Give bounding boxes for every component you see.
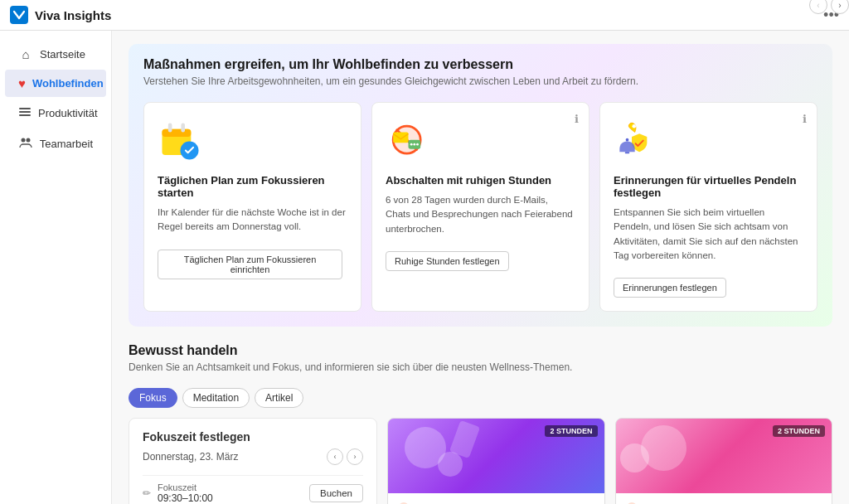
svg-point-16 (410, 143, 413, 145)
header: Viva Insights ••• (0, 0, 849, 31)
no-disturb-icon (386, 119, 431, 164)
teamwork-icon (18, 136, 33, 152)
decorative-circle-2 (438, 452, 463, 477)
media-badge-2: 2 STUNDEN (773, 425, 825, 437)
svg-rect-1 (19, 108, 31, 109)
card-desc-3: Entspannen Sie sich beim virtuellen Pend… (614, 206, 803, 263)
svg-point-5 (26, 138, 30, 143)
media-card-1: 2 STUNDEN headspace Entspannter Fokus Hi… (387, 418, 605, 504)
sidebar-item-produktivitaet[interactable]: Produktivität (5, 99, 106, 128)
wellness-cards: Täglichen Plan zum Fokussieren starten I… (143, 102, 817, 312)
card-desc-2: 6 von 28 Tagen wurden durch E-Mails, Cha… (386, 193, 575, 236)
sidebar-item-wohlbefinden[interactable]: ♥ Wohlbefinden (5, 70, 106, 97)
media-card-1-body: headspace Entspannter Fokus Hier finden … (388, 493, 604, 504)
focus-slot-1-left: ✏ Fokuszeit 09:30–10:00 (143, 482, 213, 504)
media-card-2-bg: 2 STUNDEN (616, 419, 832, 493)
info-icon-2[interactable]: ℹ (575, 113, 579, 125)
heart-icon: ♥ (18, 76, 26, 90)
svg-rect-20 (625, 152, 630, 153)
svg-point-4 (21, 138, 25, 143)
sidebar-item-teamarbeit[interactable]: Teamarbeit (5, 129, 106, 158)
svg-rect-0 (10, 6, 28, 24)
wellness-subtitle: Verstehen Sie Ihre Arbeitsgewohnheiten, … (143, 75, 638, 87)
commute-icon (614, 119, 659, 164)
card-btn-2[interactable]: Ruhige Stunden festlegen (386, 251, 509, 271)
media-card-2-body: headspace Schalte ab Hier finden Sie ret… (616, 493, 832, 504)
svg-point-18 (416, 143, 419, 145)
focus-date-row: Donnerstag, 23. März ‹ › (143, 448, 363, 465)
sidebar-label-teamarbeit: Teamarbeit (40, 138, 93, 150)
focus-section: Bewusst handeln Denken Sie an Achtsamkei… (129, 343, 832, 504)
svg-rect-7 (163, 128, 192, 136)
focus-schedule-card: Fokuszeit festlegen Donnerstag, 23. März… (129, 418, 377, 504)
wellness-title: Maßnahmen ergreifen, um Ihr Wohlbefinden… (143, 57, 638, 72)
sidebar-item-startseite[interactable]: ⌂ Startseite (5, 41, 106, 68)
focus-section-title: Bewusst handeln (129, 343, 572, 358)
svg-point-21 (626, 138, 629, 141)
decorative-rect-1 (449, 420, 480, 458)
info-icon-3[interactable]: ℹ (803, 113, 807, 125)
media-card-1-bg: 2 STUNDEN (388, 419, 604, 493)
focus-section-header: Bewusst handeln Denken Sie an Achtsamkei… (129, 343, 832, 385)
tab-meditation[interactable]: Meditation (182, 388, 250, 408)
sidebar: ⌂ Startseite ♥ Wohlbefinden Produktivitä… (0, 31, 112, 504)
focus-slot-1-type: Fokuszeit (158, 482, 213, 492)
focus-slot-1-info: Fokuszeit 09:30–10:00 (158, 482, 213, 504)
focus-content-row: Fokuszeit festlegen Donnerstag, 23. März… (129, 418, 832, 504)
focus-tabs: Fokus Meditation Artikel (129, 388, 832, 408)
focus-date-prev[interactable]: ‹ (327, 448, 343, 465)
main-content: Maßnahmen ergreifen, um Ihr Wohlbefinden… (112, 31, 849, 504)
svg-rect-3 (19, 114, 31, 116)
wellness-section: Maßnahmen ergreifen, um Ihr Wohlbefinden… (129, 44, 832, 327)
focus-section-subtitle: Denken Sie an Achtsamkeit und Fokus, und… (129, 361, 572, 373)
home-icon: ⌂ (18, 47, 33, 61)
pencil-icon-1: ✏ (143, 487, 151, 499)
card-commute: ℹ Erinnerungen für virtuelles Pendeln fe… (599, 102, 817, 312)
focus-header-text: Bewusst handeln Denken Sie an Achtsamkei… (129, 343, 572, 385)
media-badge-1: 2 STUNDEN (545, 425, 597, 437)
card-title-2: Abschalten mit ruhigen Stunden (386, 174, 575, 187)
main-layout: ⌂ Startseite ♥ Wohlbefinden Produktivitä… (0, 31, 849, 504)
decorative-circle-4 (620, 443, 649, 472)
card-quiet-hours: ℹ Abschalten mit ruhigen Stunden 6 von 2… (371, 102, 589, 312)
focus-schedule-title: Fokuszeit festlegen (143, 430, 363, 443)
card-icon-area-3 (614, 116, 803, 166)
sidebar-label-produktivitaet: Produktivität (38, 107, 98, 119)
sidebar-label-wohlbefinden: Wohlbefinden (32, 77, 104, 90)
card-btn-3[interactable]: Erinnerungen festlegen (614, 278, 726, 298)
card-desc-1: Ihr Kalender für die nächste Woche ist i… (158, 206, 347, 235)
media-card-2: 2 STUNDEN headspace Schalte ab Hier find… (615, 418, 833, 504)
focus-date-arrows: ‹ › (327, 448, 363, 465)
card-title-1: Täglichen Plan zum Fokussieren starten (158, 174, 347, 199)
tab-artikel[interactable]: Artikel (255, 388, 303, 408)
svg-point-19 (632, 124, 636, 128)
wellness-header-text: Maßnahmen ergreifen, um Ihr Wohlbefinden… (143, 57, 638, 99)
svg-rect-8 (168, 123, 172, 132)
card-btn-1[interactable]: Täglichen Plan zum Fokussieren einrichte… (158, 250, 342, 279)
calendar-icon (158, 119, 203, 164)
app-title: Viva Insights (35, 8, 111, 22)
card-icon-area-2 (386, 116, 575, 166)
card-focus-plan: Täglichen Plan zum Fokussieren starten I… (143, 102, 361, 312)
svg-rect-2 (19, 111, 31, 113)
logo-icon (10, 6, 28, 24)
sidebar-label-startseite: Startseite (40, 48, 85, 61)
focus-date: Donnerstag, 23. März (143, 451, 238, 463)
svg-point-17 (413, 143, 415, 145)
app-logo: Viva Insights (10, 6, 111, 24)
tab-fokus[interactable]: Fokus (129, 388, 177, 408)
svg-rect-9 (181, 123, 185, 132)
productivity-icon (18, 105, 32, 121)
focus-slot-1-time: 09:30–10:00 (158, 492, 213, 504)
card-icon-area-1 (158, 116, 347, 166)
wellness-header: Maßnahmen ergreifen, um Ihr Wohlbefinden… (143, 57, 817, 99)
focus-date-next[interactable]: › (347, 448, 363, 465)
card-title-3: Erinnerungen für virtuelles Pendeln fest… (614, 174, 803, 199)
svg-rect-14 (393, 132, 408, 143)
focus-slot-1: ✏ Fokuszeit 09:30–10:00 Buchen (143, 475, 363, 504)
book-btn-1[interactable]: Buchen (309, 484, 363, 502)
